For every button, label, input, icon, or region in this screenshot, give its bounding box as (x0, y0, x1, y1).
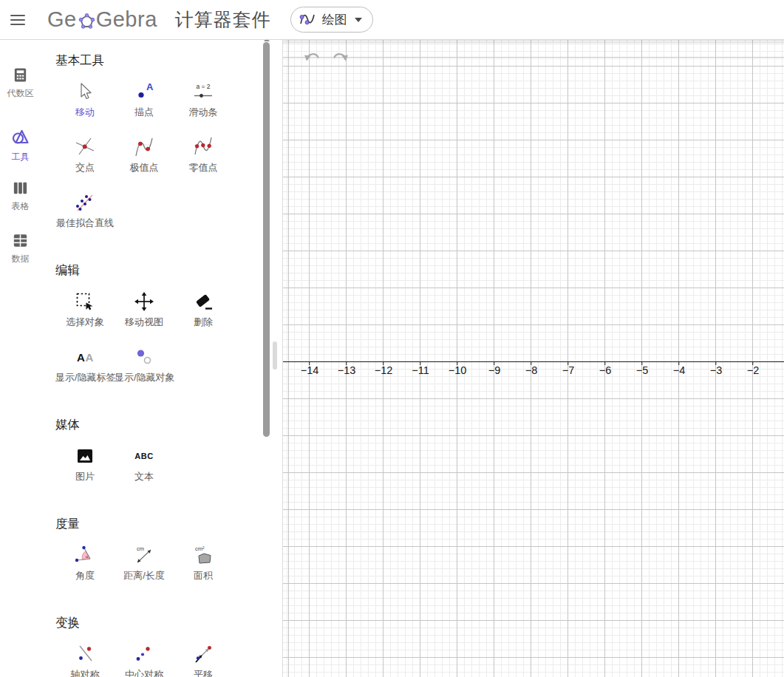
svg-text:cm: cm (137, 545, 144, 552)
x-axis-line (283, 361, 784, 363)
tool-best-fit-line[interactable]: 最佳拟合直线 (55, 188, 115, 229)
tool-label: 选择对象 (55, 316, 115, 328)
tool-move-view[interactable]: 移动视图 (115, 287, 174, 328)
section-basic-tools: 基本工具 移动 A 描点 (55, 52, 282, 243)
svg-text:A: A (146, 81, 154, 92)
tool-translate[interactable]: 平移 (174, 639, 233, 677)
x-axis-tick (678, 362, 680, 365)
tool-label: 文本 (115, 471, 174, 483)
rail-label: 工具 (12, 151, 30, 163)
tool-intersect[interactable]: 交点 (55, 132, 115, 174)
tool-show-hide-object[interactable]: 显示/隐藏对象 (115, 342, 174, 384)
svg-text:a = 2: a = 2 (196, 83, 210, 90)
menu-icon[interactable] (1, 4, 34, 36)
section-media: 媒体 图片 ABC 文本 (55, 416, 282, 497)
rail-label: 代数区 (7, 87, 34, 100)
tool-point[interactable]: A 描点 (115, 77, 174, 118)
rail-item-data[interactable]: 数据 (0, 232, 41, 265)
tool-label: 最佳拟合直线 (55, 217, 115, 229)
x-axis-label: −12 (375, 364, 393, 376)
eraser-icon (174, 287, 233, 316)
tool-show-hide-label[interactable]: A A 显示/隐藏标签 (55, 342, 115, 384)
section-measure: 度量 α 角度 cm (55, 515, 282, 596)
x-axis-label: −7 (562, 364, 575, 376)
tool-label: 滑动条 (174, 106, 233, 118)
section-edit: 编辑 选择对象 (55, 262, 282, 398)
chevron-down-icon (355, 18, 362, 22)
tool-distance[interactable]: cm 距离/长度 (115, 540, 174, 582)
object-toggle-icon (115, 342, 174, 372)
left-rail: 代数区 工具 表格 数据 (0, 40, 41, 677)
tool-label: 平移 (174, 669, 233, 677)
tool-label: 删除 (174, 316, 233, 328)
tool-label: 零值点 (174, 162, 233, 174)
tool-extremum[interactable]: 极值点 (115, 132, 174, 174)
reflect-line-icon (55, 639, 115, 669)
x-axis-label: −3 (710, 364, 723, 376)
image-icon (55, 441, 115, 471)
svg-text:A: A (77, 351, 85, 364)
calculator-icon (12, 67, 29, 84)
x-axis-tick (457, 362, 458, 365)
mode-graphing-icon (299, 11, 316, 29)
section-transform: 变换 轴对称 (55, 614, 282, 677)
app-title: 计算器套件 (175, 7, 271, 32)
tool-label: 交点 (55, 162, 115, 174)
tool-move[interactable]: 移动 (55, 77, 115, 118)
intersect-icon (55, 132, 115, 162)
x-axis-tick (346, 362, 347, 365)
tool-slider[interactable]: a = 2 滑动条 (174, 77, 233, 118)
move-view-icon (115, 287, 174, 316)
topbar: Ge Gebra 计算器套件 绘图 (0, 0, 784, 40)
tool-label: 角度 (55, 570, 115, 582)
x-axis-label: −9 (488, 364, 501, 376)
section-title: 变换 (55, 614, 282, 630)
tool-label: 显示/隐藏标签 (55, 372, 115, 384)
reflect-point-icon (115, 639, 174, 669)
tools-icon (11, 128, 30, 147)
tool-label: 移动视图 (115, 316, 174, 328)
slider-icon: a = 2 (174, 77, 233, 106)
undo-icon[interactable] (304, 49, 321, 65)
rail-item-tools[interactable]: 工具 (0, 128, 41, 163)
x-axis-label: −6 (599, 364, 612, 376)
label-toggle-icon: A A (55, 342, 115, 372)
tool-reflect-point[interactable]: 中心对称 (115, 639, 174, 677)
extremum-icon (115, 132, 174, 162)
x-axis-tick (567, 362, 569, 365)
scrollbar-up-arrow-icon[interactable] (264, 40, 270, 41)
distance-icon: cm (115, 540, 174, 570)
tools-panel: 基本工具 移动 A 描点 (41, 40, 282, 677)
logo-pentagon-icon (78, 11, 96, 31)
rail-item-algebra[interactable]: 代数区 (0, 67, 41, 100)
tool-area[interactable]: cm² 面积 (174, 540, 233, 582)
redo-icon[interactable] (331, 49, 349, 65)
secondary-scrollbar-thumb[interactable] (273, 341, 277, 370)
x-axis-label: −8 (525, 364, 538, 376)
data-icon (12, 232, 29, 249)
tool-select-object[interactable]: 选择对象 (55, 287, 115, 328)
x-axis-label: −2 (747, 364, 760, 376)
table-icon (12, 180, 29, 197)
tool-angle[interactable]: α 角度 (55, 540, 115, 582)
tool-label: 中心对称 (115, 669, 174, 677)
rail-item-table[interactable]: 表格 (0, 180, 41, 213)
tool-image[interactable]: 图片 (55, 441, 115, 483)
x-axis-tick (383, 362, 384, 365)
graph-canvas[interactable]: −14−13−12−11−10−9−8−7−6−5−4−3−2 (282, 40, 784, 677)
tool-label: 移动 (55, 106, 115, 118)
section-title: 度量 (55, 515, 282, 531)
tool-roots[interactable]: 零值点 (174, 132, 233, 174)
x-axis-label: −4 (673, 364, 686, 376)
tool-text[interactable]: ABC 文本 (115, 441, 174, 483)
tool-reflect-line[interactable]: 轴对称 (55, 639, 115, 677)
logo-text-suffix: Gebra (96, 7, 157, 32)
panel-scrollbar-thumb[interactable] (263, 42, 270, 437)
tool-delete[interactable]: 删除 (174, 287, 233, 328)
x-axis-tick (531, 362, 532, 365)
svg-text:ABC: ABC (134, 452, 153, 460)
mode-select-button[interactable]: 绘图 (290, 7, 373, 33)
rail-label: 数据 (12, 253, 30, 265)
x-axis-label: −13 (338, 364, 356, 376)
tool-label: 极值点 (115, 162, 174, 174)
